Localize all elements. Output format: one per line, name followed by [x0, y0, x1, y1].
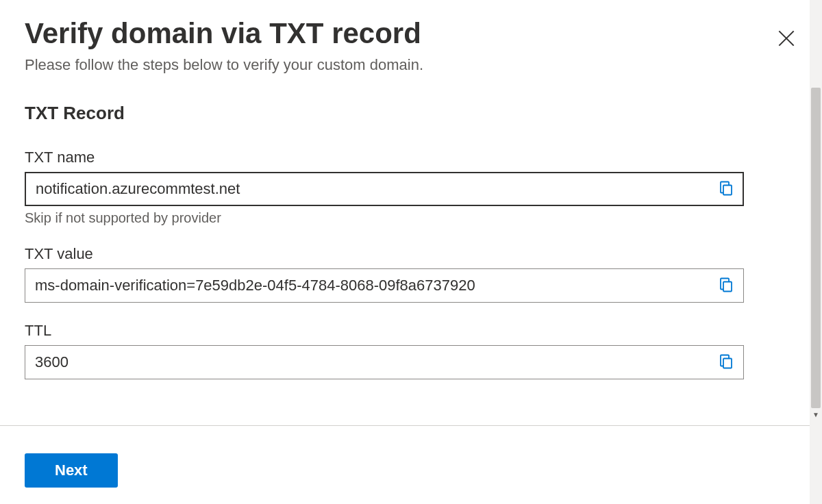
- scrollbar-thumb[interactable]: [811, 88, 821, 408]
- footer: Next: [25, 453, 118, 488]
- svg-rect-4: [723, 359, 732, 368]
- verify-domain-panel: Verify domain via TXT record Please foll…: [0, 0, 822, 504]
- field-group-ttl: TTL: [25, 322, 744, 379]
- next-button[interactable]: Next: [25, 453, 118, 488]
- field-group-txt-name: TXT name Skip if not supported by provid…: [25, 149, 744, 226]
- ttl-label: TTL: [25, 322, 744, 340]
- txt-name-label: TXT name: [25, 149, 744, 166]
- ttl-input[interactable]: [25, 345, 744, 379]
- header-text: Verify domain via TXT record Please foll…: [25, 16, 770, 74]
- txt-name-input-wrapper: [25, 172, 744, 206]
- txt-value-input[interactable]: [25, 268, 744, 303]
- txt-name-input[interactable]: [25, 172, 744, 206]
- copy-ttl-button[interactable]: [714, 349, 738, 376]
- copy-icon: [718, 277, 734, 295]
- copy-icon: [718, 353, 734, 372]
- page-subtitle: Please follow the steps below to verify …: [25, 56, 770, 74]
- section-title: TXT Record: [25, 103, 797, 124]
- ttl-input-wrapper: [25, 345, 744, 379]
- copy-txt-name-button[interactable]: [714, 176, 738, 203]
- close-icon: [775, 41, 797, 51]
- close-button[interactable]: [770, 22, 803, 57]
- svg-rect-2: [723, 186, 732, 195]
- txt-value-label: TXT value: [25, 245, 744, 263]
- svg-rect-3: [723, 282, 732, 292]
- field-group-txt-value: TXT value: [25, 245, 744, 303]
- copy-icon: [718, 180, 734, 199]
- txt-value-input-wrapper: [25, 268, 744, 303]
- txt-name-helper: Skip if not supported by provider: [25, 210, 744, 226]
- page-title: Verify domain via TXT record: [25, 16, 770, 51]
- scrollbar[interactable]: ▼: [810, 0, 822, 504]
- scrollbar-down-arrow[interactable]: ▼: [810, 408, 822, 420]
- header-row: Verify domain via TXT record Please foll…: [25, 16, 797, 74]
- copy-txt-value-button[interactable]: [714, 273, 738, 299]
- separator: [0, 425, 810, 426]
